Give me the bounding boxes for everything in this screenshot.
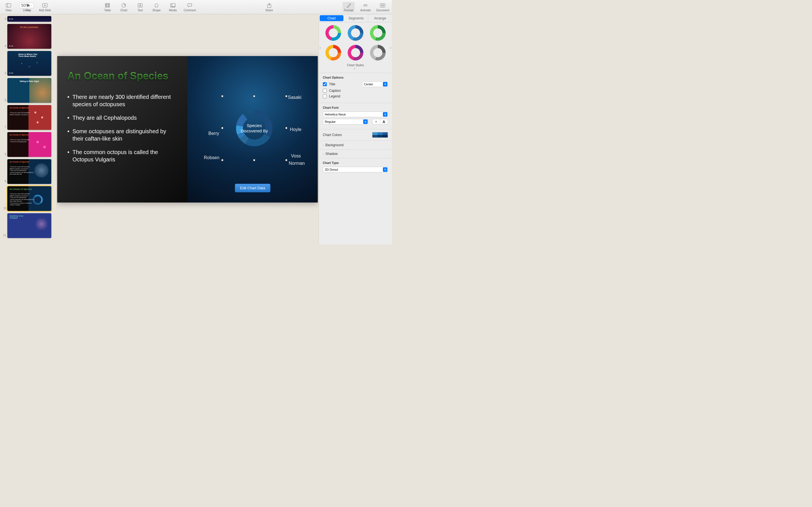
slide-bullets[interactable]: There are nearly 300 identified differen… <box>67 93 177 163</box>
chart-style-option[interactable] <box>325 25 341 41</box>
selection-handle[interactable] <box>253 159 255 161</box>
play-button[interactable]: Play <box>23 3 34 12</box>
select-arrows-icon: ⇅ <box>363 119 368 124</box>
shape-icon <box>154 3 159 8</box>
slide-thumbnail[interactable]: An Ocean of Species • There are nearly 3… <box>7 186 51 211</box>
tab-chart[interactable]: Chart <box>320 15 343 21</box>
slide-body-right: Species Discovered By Sasaki Hoyle Voss … <box>188 56 318 203</box>
slide-thumbnail[interactable]: Do the Locomotion ••• <box>7 24 51 49</box>
slide-canvas[interactable]: An Ocean of Species There are nearly 300… <box>56 14 319 244</box>
slide-thumbnail[interactable]: Hiding in Plain Sight <box>7 78 51 103</box>
background-disclosure[interactable]: › Background <box>319 140 392 149</box>
nav-slide-8[interactable]: 8 An Ocean of Species • There are nearly… <box>1 132 55 157</box>
chart-center-title: Species Discovered By <box>234 108 275 149</box>
font-smaller-button[interactable]: A <box>372 119 380 124</box>
chart-styles-label: Chart Styles <box>322 63 389 67</box>
comment-icon <box>188 3 192 8</box>
document-button[interactable]: Document <box>376 3 389 12</box>
table-icon <box>105 3 110 8</box>
add-slide-icon <box>42 3 47 8</box>
shape-button[interactable]: Shape <box>151 3 162 12</box>
selection-handle[interactable] <box>221 159 223 161</box>
main-area: 3 ••• 4 Do the Locomotion ••• 5 Home is … <box>0 14 392 244</box>
font-larger-button[interactable]: A <box>380 119 388 124</box>
add-slide-button[interactable]: Add Slide <box>39 3 51 12</box>
animate-button[interactable]: Animate <box>360 3 371 12</box>
selection-handle[interactable] <box>221 127 223 129</box>
chart-colors-label: Chart Colors <box>323 133 342 137</box>
tab-arrange[interactable]: Arrange <box>368 14 392 22</box>
chart-selection[interactable]: Species Discovered By <box>222 96 286 160</box>
chart-style-option[interactable] <box>325 45 341 61</box>
format-inspector: Chart Segments Arrange ‹ › Chart Styles … <box>319 14 392 244</box>
chart-style-option[interactable] <box>348 45 363 61</box>
donut-chart[interactable]: Species Discovered By <box>234 108 275 149</box>
tab-segments[interactable]: Segments <box>344 14 368 22</box>
slide-thumbnail[interactable]: An Ocean of Species • There are nearly 3… <box>7 132 51 157</box>
selection-handle[interactable] <box>221 95 223 97</box>
svg-point-14 <box>171 4 172 5</box>
chart-button[interactable]: Chart <box>118 3 130 12</box>
bullet-item: There are nearly 300 identified differen… <box>67 93 177 108</box>
slide-thumbnail[interactable]: An Ocean of Species • There are nearly 3… <box>7 159 51 184</box>
nav-slide-9[interactable]: 9 An Ocean of Species • There are nearly… <box>1 159 55 184</box>
font-family-select[interactable]: Helvetica Neue ⇅ <box>323 112 388 117</box>
caption-checkbox[interactable] <box>323 89 327 93</box>
slide-title[interactable]: An Ocean of Species <box>67 70 177 82</box>
comment-button[interactable]: Comment <box>184 3 196 12</box>
select-arrows-icon: ⇅ <box>383 82 388 87</box>
nav-slide-3[interactable]: 3 ••• <box>1 16 55 22</box>
chart-icon <box>121 3 126 8</box>
selection-handle[interactable] <box>253 95 255 97</box>
view-button[interactable]: View <box>3 3 14 12</box>
nav-slide-7[interactable]: 7 An Ocean of Species • There are nearly… <box>1 105 55 130</box>
format-icon <box>347 3 351 8</box>
media-button[interactable]: Media <box>167 3 179 12</box>
nav-slide-6[interactable]: 6 Hiding in Plain Sight <box>1 78 55 103</box>
legend-checkbox[interactable] <box>323 94 327 98</box>
text-button[interactable]: A Text <box>135 3 146 12</box>
chart-font-title: Chart Font <box>323 106 388 109</box>
styles-prev-button[interactable]: ‹ <box>319 45 321 50</box>
title-align-select[interactable]: Center ⇅ <box>362 81 388 87</box>
nav-slide-10[interactable]: 10 An Ocean of Species • There are nearl… <box>1 186 55 211</box>
title-checkbox[interactable] <box>323 82 327 86</box>
select-arrows-icon: ⇅ <box>383 112 388 117</box>
slide-thumbnail[interactable]: Anatomy of an Octopus <box>7 213 51 238</box>
inspector-tabs: Chart Segments Arrange <box>319 14 392 22</box>
font-style-select[interactable]: Regular ⇅ <box>323 119 368 124</box>
has-notes-icon: ••• <box>9 17 14 20</box>
slide-thumbnail[interactable]: An Ocean of Species • There are nearly 3… <box>7 105 51 130</box>
select-arrows-icon: ⇅ <box>383 167 388 172</box>
shadow-disclosure[interactable]: › Shadow <box>319 149 392 158</box>
chart-style-option[interactable] <box>370 45 386 61</box>
edit-chart-data-button[interactable]: Edit Chart Data <box>235 184 271 192</box>
table-button[interactable]: Table <box>102 3 113 12</box>
styles-page-dots: ● ○ <box>322 67 389 70</box>
nav-slide-11[interactable]: 11 Anatomy of an Octopus <box>1 213 55 238</box>
nav-slide-5[interactable]: 5 Home is Where Your Three Mean Hearts •… <box>1 51 55 76</box>
bullet-item: They are all Cephalopods <box>67 114 177 121</box>
svg-rect-18 <box>381 4 384 6</box>
selection-handle[interactable] <box>285 159 287 161</box>
has-notes-icon: ••• <box>9 45 14 48</box>
selection-handle[interactable] <box>285 95 287 97</box>
share-button[interactable]: Share <box>264 3 275 12</box>
chart-colors-button[interactable] <box>372 132 388 138</box>
slide-thumbnail[interactable]: Home is Where Your Three Mean Hearts ••• <box>7 51 51 76</box>
svg-rect-5 <box>105 3 110 7</box>
slide-thumbnail[interactable]: ••• <box>7 16 51 22</box>
chart-style-option[interactable] <box>348 25 363 41</box>
format-button[interactable]: Format <box>343 2 355 12</box>
slide-body-left: An Ocean of Species There are nearly 300… <box>57 56 188 203</box>
chart-style-option[interactable] <box>370 25 386 41</box>
nav-slide-4[interactable]: 4 Do the Locomotion ••• <box>1 24 55 49</box>
chart-type-select[interactable]: 2D Donut ⇅ <box>323 167 388 172</box>
has-notes-icon: ••• <box>9 71 14 75</box>
selection-handle[interactable] <box>285 127 287 129</box>
bullet-item: Some octopuses are distinguished by thei… <box>67 128 177 142</box>
styles-next-button[interactable]: › <box>390 45 391 50</box>
slide-navigator[interactable]: 3 ••• 4 Do the Locomotion ••• 5 Home is … <box>0 14 56 244</box>
chart-type-title: Chart Type <box>323 161 388 165</box>
title-label: Title <box>329 82 335 86</box>
